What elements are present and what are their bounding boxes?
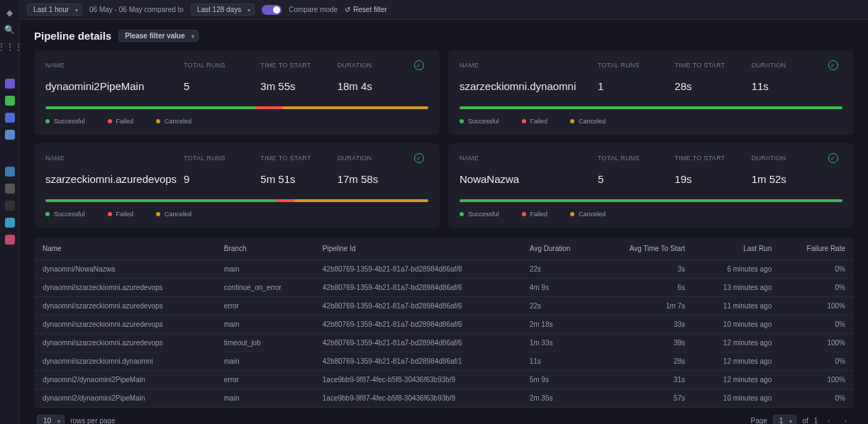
col-pipeline-id[interactable]: Pipeline Id [314, 238, 521, 260]
col-branch[interactable]: Branch [216, 238, 314, 260]
nav-icon-9[interactable] [4, 234, 16, 245]
cell-last-run: 12 minutes ago [694, 352, 780, 371]
cell-branch: main [216, 316, 314, 334]
nav-icon-4[interactable] [4, 129, 16, 140]
cell-branch: continue_on_error [216, 279, 314, 297]
apps-icon[interactable]: ⋮⋮⋮ [4, 41, 16, 52]
legend-successful: Successful [45, 211, 85, 218]
compare-mode-toggle[interactable] [262, 5, 282, 15]
status-check-icon: ✓ [828, 60, 838, 70]
pipeline-card[interactable]: NAME TOTAL RUNS TIME TO START DURATION ✓… [448, 50, 854, 135]
card-total-runs: 9 [184, 173, 260, 185]
compare-range-dropdown[interactable]: Last 128 days [191, 4, 255, 16]
card-label-name: NAME [460, 155, 598, 162]
cell-pipeline-id: 1ace9bb9-9f87-4fec-b5f8-30436f63b93b/9 [314, 371, 521, 389]
legend-canceled: Canceled [570, 211, 606, 218]
table-row[interactable]: dynaomni2/dynaomini2PipeMain error 1ace9… [34, 371, 854, 389]
table-header-row: Name Branch Pipeline Id Avg Duration Avg… [34, 238, 854, 260]
card-tts: 19s [674, 173, 751, 185]
prev-page-button[interactable]: ‹ [823, 415, 834, 424]
search-icon[interactable]: 🔍 [4, 24, 16, 35]
next-page-button[interactable]: › [840, 415, 851, 424]
col-avg-tts[interactable]: Avg Time To Start [598, 238, 694, 260]
legend-successful: Successful [45, 118, 85, 125]
legend-failed: Failed [522, 118, 548, 125]
legend: Successful Failed Canceled [45, 118, 428, 125]
col-last-run[interactable]: Last Run [694, 238, 780, 260]
card-label-tts: TIME TO START [260, 155, 337, 162]
nav-icon-5[interactable] [4, 166, 16, 177]
table-row[interactable]: dynaomni/szarzeckiomni.azuredevops timeo… [34, 334, 854, 352]
pipeline-card[interactable]: NAME TOTAL RUNS TIME TO START DURATION ✓… [34, 143, 440, 228]
nav-icon-6[interactable] [4, 183, 16, 194]
cell-pipeline-id: 42b80769-1359-4b21-81a7-bd28984d86af/8 [314, 260, 521, 279]
cell-failure-rate: 0% [780, 260, 854, 279]
card-duration: 1m 52s [752, 173, 828, 185]
reset-filter-button[interactable]: ↺Reset filter [345, 6, 387, 13]
table-row[interactable]: dynaomni/szarzeckiomni.dynaomni main 42b… [34, 352, 854, 371]
col-failure-rate[interactable]: Failure Rate [780, 238, 854, 260]
status-check-icon: ✓ [828, 153, 838, 163]
page-number-dropdown[interactable]: 1 [773, 415, 797, 424]
table-row[interactable]: dynaomni/szarzeckiomni.azuredevops error… [34, 297, 854, 316]
content: Pipeline details Please filter value NAM… [20, 20, 868, 424]
cell-pipeline-id: 42b80769-1359-4b21-81a7-bd28984d86af/6 [314, 316, 521, 334]
cell-avg-tts: 57s [598, 389, 694, 408]
cell-pipeline-id: 42b80769-1359-4b21-81a7-bd28984d86af/6 [314, 279, 521, 297]
legend-successful: Successful [460, 118, 499, 125]
legend-canceled: Canceled [156, 118, 191, 125]
col-avg-duration[interactable]: Avg Duration [521, 238, 598, 260]
nav-icon-3[interactable] [4, 112, 16, 123]
cards-grid: NAME TOTAL RUNS TIME TO START DURATION ✓… [34, 50, 854, 228]
legend-successful: Successful [460, 211, 499, 218]
table-row[interactable]: dynaomni/NowaNazwa main 42b80769-1359-4b… [34, 260, 854, 279]
card-label-runs: TOTAL RUNS [184, 155, 260, 162]
card-label-runs: TOTAL RUNS [184, 62, 260, 69]
cell-failure-rate: 0% [780, 389, 854, 408]
card-duration: 11s [752, 80, 828, 92]
cell-failure-rate: 100% [780, 334, 854, 352]
col-name[interactable]: Name [34, 238, 216, 260]
table-row[interactable]: dynaomni/szarzeckiomni.azuredevops main … [34, 316, 854, 334]
cell-last-run: 11 minutes ago [694, 297, 780, 316]
card-total-runs: 1 [598, 80, 674, 92]
legend: Successful Failed Canceled [45, 211, 428, 218]
logo-icon[interactable]: ◆ [4, 7, 16, 18]
legend-canceled: Canceled [156, 211, 191, 218]
status-bar [460, 199, 842, 202]
rows-per-page-dropdown[interactable]: 10 [37, 415, 65, 424]
nav-icon-7[interactable] [4, 200, 16, 211]
card-label-duration: DURATION [338, 62, 414, 69]
status-check-icon: ✓ [414, 60, 424, 70]
table-row[interactable]: dynaomni2/dynaomini2PipeMain main 1ace9b… [34, 389, 854, 408]
page-title-row: Pipeline details Please filter value [34, 30, 854, 42]
cell-pipeline-id: 42b80769-1359-4b21-81a7-bd28984d86af/1 [314, 352, 521, 371]
filter-value-dropdown[interactable]: Please filter value [118, 30, 199, 42]
card-label-runs: TOTAL RUNS [598, 62, 674, 69]
nav-icon-1[interactable] [4, 78, 16, 89]
card-label-tts: TIME TO START [260, 62, 337, 69]
nav-icon-8[interactable] [4, 217, 16, 228]
cell-branch: main [216, 389, 314, 408]
card-tts: 5m 51s [260, 173, 337, 185]
cell-failure-rate: 0% [780, 279, 854, 297]
card-label-tts: TIME TO START [674, 62, 751, 69]
cell-pipeline-id: 1ace9bb9-9f87-4fec-b5f8-30436f63b93b/9 [314, 389, 521, 408]
table-row[interactable]: dynaomni/szarzeckiomni.azuredevops conti… [34, 279, 854, 297]
cell-avg-tts: 1m 7s [598, 297, 694, 316]
reset-icon: ↺ [345, 6, 350, 13]
cell-last-run: 10 minutes ago [694, 316, 780, 334]
status-bar [460, 106, 842, 109]
cell-branch: error [216, 297, 314, 316]
legend-failed: Failed [522, 211, 548, 218]
pipeline-card[interactable]: NAME TOTAL RUNS TIME TO START DURATION ✓… [448, 143, 854, 228]
total-pages: 1 [814, 417, 818, 424]
card-tts: 28s [674, 80, 751, 92]
cell-branch: timeout_job [216, 334, 314, 352]
card-label-name: NAME [45, 62, 184, 69]
nav-icon-2[interactable] [4, 95, 16, 106]
legend: Successful Failed Canceled [460, 118, 842, 125]
card-duration: 18m 4s [338, 80, 414, 92]
pipeline-card[interactable]: NAME TOTAL RUNS TIME TO START DURATION ✓… [34, 50, 440, 135]
time-range-dropdown[interactable]: Last 1 hour [27, 4, 82, 16]
